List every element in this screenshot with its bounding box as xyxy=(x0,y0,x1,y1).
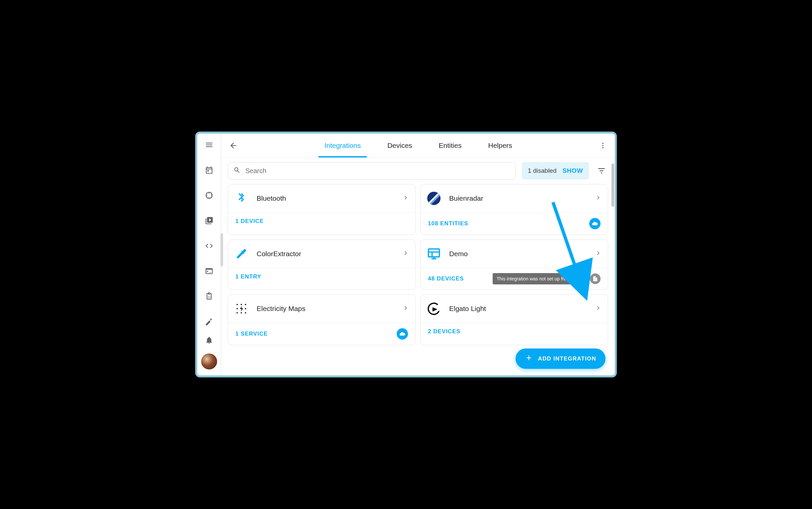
card-title: Buienradar xyxy=(449,194,587,202)
notifications-icon[interactable] xyxy=(202,334,216,347)
disabled-count: 1 disabled xyxy=(528,167,557,174)
card-title: Bluetooth xyxy=(257,194,394,202)
code-icon[interactable] xyxy=(202,239,216,252)
show-disabled-button[interactable]: SHOW xyxy=(562,167,583,174)
svg-point-13 xyxy=(237,308,238,309)
card-demo: Demo 48 DEVICES This integration was not… xyxy=(420,240,608,290)
chevron-right-icon xyxy=(402,249,409,258)
buienradar-icon xyxy=(427,191,441,206)
sidebar-rail xyxy=(197,134,221,375)
card-title: ColorExtractor xyxy=(257,250,394,258)
more-menu-icon[interactable] xyxy=(596,138,610,153)
add-integration-button[interactable]: ADD INTEGRATION xyxy=(516,348,605,369)
card-title: Electricity Maps xyxy=(257,305,394,313)
top-bar: Integrations Devices Entities Helpers xyxy=(221,134,615,158)
tooltip: This integration was not set up from the… xyxy=(493,273,588,284)
window: Integrations Devices Entities Helpers 1 … xyxy=(195,132,617,377)
hammer-icon[interactable] xyxy=(202,315,216,328)
card-electricitymaps: Electricity Maps 1 SERVICE xyxy=(228,294,416,345)
chevron-right-icon xyxy=(595,194,602,203)
svg-point-11 xyxy=(241,304,242,305)
main-area: Integrations Devices Entities Helpers 1 … xyxy=(221,134,615,375)
metric-link[interactable]: 1 ENTRY xyxy=(235,273,261,280)
disabled-chip: 1 disabled SHOW xyxy=(522,162,589,179)
svg-point-17 xyxy=(245,312,246,314)
fab-label: ADD INTEGRATION xyxy=(538,355,596,362)
menu-icon[interactable] xyxy=(202,138,216,151)
elgato-icon xyxy=(427,301,441,316)
chevron-right-icon xyxy=(595,304,602,313)
card-elgato: Elgato Light 2 DEVICES xyxy=(420,294,608,345)
svg-point-4 xyxy=(243,249,246,252)
card-header[interactable]: Electricity Maps xyxy=(228,295,415,323)
media-video-icon[interactable] xyxy=(202,214,216,227)
scrollbar-indicator[interactable] xyxy=(612,164,614,207)
metric-link[interactable]: 1 DEVICE xyxy=(235,218,264,225)
card-colorextractor: ColorExtractor 1 ENTRY xyxy=(228,240,416,290)
search-row: 1 disabled SHOW xyxy=(221,158,615,184)
svg-point-10 xyxy=(237,304,238,305)
clipboard-icon[interactable] xyxy=(202,290,216,303)
card-footer: 108 ENTITIES xyxy=(420,212,608,235)
card-footer: 1 SERVICE xyxy=(228,323,415,345)
search-input[interactable] xyxy=(245,167,510,175)
card-buienradar: Buienradar 108 ENTITIES xyxy=(420,184,608,235)
svg-point-12 xyxy=(245,304,246,305)
svg-point-1 xyxy=(602,145,603,146)
chip-icon[interactable] xyxy=(202,189,216,202)
search-icon xyxy=(233,166,241,175)
svg-point-2 xyxy=(602,147,603,148)
card-footer: 1 ENTRY xyxy=(228,268,415,285)
svg-point-14 xyxy=(245,308,246,309)
card-footer: 2 DEVICES xyxy=(420,323,608,340)
cloud-badge-icon xyxy=(589,218,600,229)
svg-rect-5 xyxy=(429,249,440,257)
filter-icon[interactable] xyxy=(595,164,608,177)
yaml-config-badge-icon[interactable]: This integration was not set up from the… xyxy=(590,273,600,284)
electricity-icon xyxy=(234,301,249,316)
cloud-badge-icon xyxy=(397,328,408,340)
plus-icon xyxy=(525,354,533,364)
eyedropper-icon xyxy=(234,246,249,261)
chevron-right-icon xyxy=(402,194,409,203)
tab-devices[interactable]: Devices xyxy=(387,134,412,157)
card-title: Elgato Light xyxy=(449,305,587,313)
chevron-right-icon xyxy=(595,249,602,258)
tab-integrations[interactable]: Integrations xyxy=(324,134,361,157)
svg-point-15 xyxy=(237,312,238,314)
search-box[interactable] xyxy=(228,162,516,179)
tabs: Integrations Devices Entities Helpers xyxy=(241,134,596,157)
tab-entities[interactable]: Entities xyxy=(439,134,462,157)
metric-link[interactable]: 1 SERVICE xyxy=(235,331,268,337)
back-button[interactable] xyxy=(226,138,241,153)
metric-link[interactable]: 48 DEVICES xyxy=(428,275,464,282)
svg-point-16 xyxy=(241,312,242,314)
avatar[interactable] xyxy=(201,353,217,369)
card-title: Demo xyxy=(449,250,587,258)
svg-point-0 xyxy=(602,142,603,144)
card-bluetooth: Bluetooth 1 DEVICE xyxy=(228,184,416,235)
tab-helpers[interactable]: Helpers xyxy=(488,134,512,157)
card-header[interactable]: Bluetooth xyxy=(228,184,415,212)
card-header[interactable]: ColorExtractor xyxy=(228,240,415,268)
metric-link[interactable]: 2 DEVICES xyxy=(428,328,460,335)
card-footer: 48 DEVICES This integration was not set … xyxy=(420,268,608,290)
card-header[interactable]: Buienradar xyxy=(420,184,608,212)
bluetooth-icon xyxy=(234,191,249,206)
metric-link[interactable]: 108 ENTITIES xyxy=(428,220,469,227)
integrations-grid: Bluetooth 1 DEVICE Buienradar xyxy=(228,184,608,359)
content-scroll[interactable]: Bluetooth 1 DEVICE Buienradar xyxy=(221,184,615,375)
card-footer: 1 DEVICE xyxy=(228,212,415,230)
card-header[interactable]: Elgato Light xyxy=(420,295,608,323)
card-header[interactable]: Demo xyxy=(420,240,608,268)
calendar-event-icon[interactable] xyxy=(202,164,216,177)
demo-monitor-icon xyxy=(427,246,441,261)
terminal-icon[interactable] xyxy=(202,265,216,278)
chevron-right-icon xyxy=(402,304,409,313)
